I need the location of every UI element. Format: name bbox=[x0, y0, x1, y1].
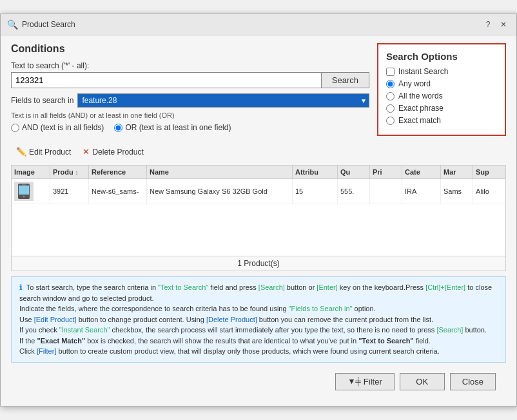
info-search-btn-ref2: [Search] bbox=[436, 326, 463, 334]
search-row: Search bbox=[11, 72, 369, 88]
info-text: To start search, type the search criteri… bbox=[19, 283, 492, 355]
col-product[interactable]: Produ ↕ bbox=[50, 166, 89, 178]
phone-image bbox=[15, 182, 33, 200]
exact-phrase-label: Exact phrase bbox=[398, 104, 444, 113]
close-window-button[interactable]: ✕ bbox=[497, 18, 510, 31]
col-quantity[interactable]: Qu bbox=[338, 166, 370, 178]
col-supplier[interactable]: Sup bbox=[473, 166, 505, 178]
instant-search-checkbox[interactable] bbox=[386, 68, 395, 76]
col-attributes[interactable]: Attribu bbox=[293, 166, 338, 178]
or-radio[interactable] bbox=[114, 124, 122, 132]
svg-rect-1 bbox=[19, 186, 29, 195]
any-word-radio[interactable] bbox=[386, 80, 395, 88]
conditions-panel: Conditions Text to search ('*' - all): S… bbox=[11, 43, 369, 136]
window-icon: 🔍 bbox=[7, 19, 18, 30]
info-enter-ref: [Enter] bbox=[317, 283, 337, 291]
search-label: Text to search ('*' - all): bbox=[11, 61, 369, 70]
td-supplier: Alilo bbox=[473, 179, 505, 204]
search-button[interactable]: Search bbox=[321, 72, 369, 88]
ok-label: OK bbox=[416, 377, 428, 387]
info-edit-ref: [Edit Product] bbox=[34, 316, 77, 323]
edit-product-button[interactable]: ✏️ Edit Product bbox=[11, 145, 76, 158]
td-name: New Samsung Galaxy S6 32GB Gold bbox=[147, 179, 293, 204]
conditions-title: Conditions bbox=[11, 43, 369, 55]
top-section: Conditions Text to search ('*' - all): S… bbox=[11, 43, 506, 136]
delete-icon: ✕ bbox=[83, 147, 90, 157]
info-text-search-bold: "Text to Search" bbox=[358, 337, 413, 345]
and-radio[interactable] bbox=[11, 124, 19, 132]
table-container: Image Produ ↕ Reference Name Attribu Qu … bbox=[11, 165, 506, 271]
svg-point-2 bbox=[23, 196, 25, 198]
delete-product-button[interactable]: ✕ Delete Product bbox=[77, 145, 148, 158]
search-options-title: Search Options bbox=[386, 51, 497, 62]
info-instant-ref: "Instant Search" bbox=[59, 326, 110, 334]
delete-label: Delete Product bbox=[92, 148, 143, 157]
info-filter-ref: [Filter] bbox=[37, 347, 57, 355]
info-ctrl-enter-ref: [Ctrl]+[Enter] bbox=[425, 283, 465, 291]
window-body: Conditions Text to search ('*' - all): S… bbox=[1, 35, 516, 406]
filter-label: Filter bbox=[364, 377, 382, 387]
toolbar-row: ✏️ Edit Product ✕ Delete Product bbox=[11, 142, 506, 161]
info-text-to-search: "Text to Search" bbox=[158, 283, 208, 291]
td-category: IRA bbox=[402, 179, 441, 204]
product-thumbnail bbox=[14, 182, 34, 201]
table-footer: 1 Product(s) bbox=[12, 256, 505, 271]
any-word-row: Any word bbox=[386, 79, 497, 88]
and-radio-group[interactable]: AND (text is in all fields) bbox=[11, 123, 104, 132]
and-label: AND (text is in all fields) bbox=[22, 123, 104, 132]
fields-select[interactable]: feature.28 All fields Name Reference bbox=[77, 93, 369, 108]
bottom-bar: ▼╪ Filter OK Close bbox=[11, 368, 506, 398]
radio-row: AND (text is in all fields) OR (text is … bbox=[11, 123, 369, 132]
table-header: Image Produ ↕ Reference Name Attribu Qu … bbox=[12, 166, 505, 179]
svg-rect-3 bbox=[22, 185, 26, 186]
fields-label: Fields to search in bbox=[11, 96, 73, 105]
close-label: Close bbox=[462, 377, 483, 387]
or-label: OR (text is at least in one field) bbox=[125, 123, 231, 132]
exact-phrase-radio[interactable] bbox=[386, 104, 395, 113]
td-quantity: 555. bbox=[338, 179, 370, 204]
td-product-id: 3921 bbox=[50, 179, 89, 204]
col-image: Image bbox=[12, 166, 50, 178]
edit-label: Edit Product bbox=[29, 148, 71, 157]
help-button[interactable]: ? bbox=[482, 18, 494, 31]
all-words-radio[interactable] bbox=[386, 92, 395, 100]
td-attributes: 15 bbox=[293, 179, 338, 204]
info-panel: ℹ To start search, type the search crite… bbox=[11, 276, 506, 363]
and-or-hint: Text is in all fields (AND) or at least … bbox=[11, 111, 369, 119]
col-reference[interactable]: Reference bbox=[89, 166, 147, 178]
td-price bbox=[370, 179, 402, 204]
filter-button[interactable]: ▼╪ Filter bbox=[335, 373, 394, 390]
fields-row: Fields to search in feature.28 All field… bbox=[11, 93, 369, 108]
fields-select-wrapper: feature.28 All fields Name Reference ▼ bbox=[77, 93, 369, 108]
product-search-window: 🔍 Product Search ? ✕ Conditions Text to … bbox=[0, 14, 517, 406]
exact-match-label: Exact match bbox=[398, 116, 441, 125]
search-input[interactable] bbox=[11, 72, 321, 88]
col-name[interactable]: Name bbox=[147, 166, 293, 178]
info-delete-ref: [Delete Product] bbox=[206, 316, 257, 323]
info-search-btn-ref: [Search] bbox=[258, 283, 285, 291]
exact-phrase-row: Exact phrase bbox=[386, 104, 497, 113]
table-empty-space bbox=[12, 204, 505, 256]
info-exact-match-bold: "Exact Match" bbox=[37, 337, 86, 345]
titlebar-controls: ? ✕ bbox=[482, 18, 510, 31]
all-words-row: All the words bbox=[386, 91, 497, 100]
or-radio-group[interactable]: OR (text is at least in one field) bbox=[114, 123, 231, 132]
search-options-panel: Search Options Instant Search Any word A… bbox=[377, 43, 506, 136]
any-word-label: Any word bbox=[398, 79, 431, 88]
exact-match-radio[interactable] bbox=[386, 117, 395, 125]
col-price[interactable]: Pri bbox=[370, 166, 402, 178]
edit-icon: ✏️ bbox=[16, 147, 26, 157]
info-fields-ref: "Fields to Search in" bbox=[289, 305, 353, 312]
filter-icon: ▼╪ bbox=[347, 377, 360, 386]
table-row[interactable]: 3921 New-s6_sams- New Samsung Galaxy S6 … bbox=[12, 179, 505, 204]
close-button[interactable]: Close bbox=[450, 373, 496, 390]
col-manufacturer[interactable]: Mar bbox=[441, 166, 473, 178]
ok-button[interactable]: OK bbox=[400, 373, 445, 390]
td-image bbox=[12, 179, 50, 204]
titlebar: 🔍 Product Search ? ✕ bbox=[1, 14, 516, 35]
instant-search-row: Instant Search bbox=[386, 67, 497, 76]
titlebar-left: 🔍 Product Search bbox=[7, 19, 75, 30]
col-category[interactable]: Cate bbox=[402, 166, 441, 178]
td-reference: New-s6_sams- bbox=[89, 179, 147, 204]
instant-search-label[interactable]: Instant Search bbox=[398, 67, 448, 76]
